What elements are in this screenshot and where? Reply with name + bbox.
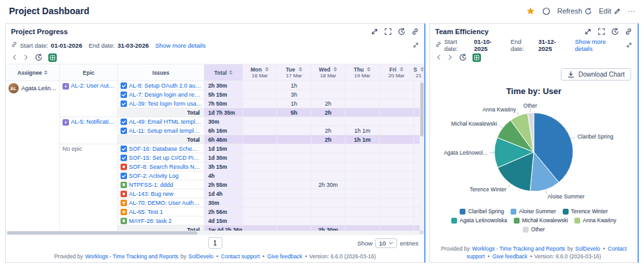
legend-swatch	[511, 209, 516, 215]
issue-link[interactable]: AL-39: Test login form usability	[118, 99, 204, 108]
improvement-issue-icon	[121, 200, 127, 206]
day-cell	[380, 207, 414, 216]
circle-icon[interactable]	[542, 7, 551, 15]
legend-swatch	[514, 218, 520, 224]
expand-icon[interactable]	[413, 42, 419, 48]
next-period-button[interactable]	[447, 54, 453, 61]
day-cell	[243, 198, 277, 207]
issue-link[interactable]: AL-49: Email HTML template for PR com...	[118, 117, 204, 126]
next-period-button[interactable]	[23, 54, 29, 61]
day-column-header[interactable]: Fri20 Mar	[380, 64, 414, 81]
legend-swatch	[451, 218, 457, 224]
issue-link[interactable]: SOF-8: Search Results Not Filtering	[118, 162, 204, 171]
issue-total-cell: 3h 15m	[204, 162, 243, 171]
legend-item[interactable]: Anna Kwaśny	[574, 217, 616, 224]
vertical-scrollbar[interactable]	[420, 81, 424, 231]
scrollbar-thumb[interactable]	[7, 231, 197, 235]
column-header[interactable]: Assignee	[6, 64, 60, 81]
history-icon[interactable]	[398, 28, 405, 35]
issue-link[interactable]: SOF-15: Set up CI/CD Pipeline	[118, 153, 204, 162]
issue-total-cell: 7h 50m	[204, 99, 243, 108]
give-feedback-link[interactable]: Give feedback	[493, 253, 527, 260]
day-cell	[311, 171, 346, 180]
day-cell: 2h 30m	[311, 180, 346, 189]
epic-cell[interactable]: AL-5: Notification & Email ...	[60, 117, 118, 144]
sort-icon	[298, 67, 302, 72]
day-cell	[346, 117, 380, 126]
issue-link[interactable]: AL-7: Design login and registration UI	[118, 90, 204, 99]
scrollbar-thumb[interactable]	[420, 82, 424, 137]
epic-cell[interactable]: AL-2: User Authentication ...	[60, 81, 118, 117]
edit-button[interactable]: Edit	[599, 7, 621, 15]
issue-link[interactable]: SOF-2: Activity Log	[118, 171, 204, 180]
sort-icon	[44, 70, 48, 75]
day-cell	[346, 198, 380, 207]
entries-select[interactable]: 10	[375, 238, 398, 248]
day-cell	[277, 117, 311, 126]
horizontal-scrollbar[interactable]	[6, 231, 420, 235]
sort-icon	[333, 67, 337, 72]
issue-link[interactable]: AL-8: Setup OAuth 2.0 authentication	[118, 81, 204, 90]
contact-support-link[interactable]: Contact support	[221, 253, 260, 260]
worklog-table: AssigneeEpicIssuesTotalMon16 MarTue17 Ma…	[6, 64, 424, 235]
prev-period-button[interactable]	[12, 54, 17, 61]
legend-item[interactable]: Claribel Spring	[460, 208, 504, 215]
column-header[interactable]: Epic	[60, 64, 118, 81]
refresh-button[interactable]: Refresh	[558, 7, 592, 15]
time-history-icon[interactable]	[35, 53, 43, 61]
issue-link[interactable]: AL-11: Setup email templates for notific…	[118, 126, 204, 135]
show-more-details-link[interactable]: Show more details	[155, 42, 206, 49]
day-cell	[380, 153, 414, 162]
day-column-header[interactable]: S21	[414, 64, 424, 81]
resize-icon[interactable]	[584, 28, 592, 35]
fullscreen-icon[interactable]	[598, 28, 605, 35]
day-column-header[interactable]: Mon16 Mar	[243, 64, 277, 81]
vendor-link[interactable]: SolDevelo	[575, 245, 600, 252]
chart-toolbar	[430, 51, 638, 64]
vendor-link[interactable]: SolDevelo	[188, 253, 213, 260]
fullscreen-icon[interactable]	[384, 28, 392, 35]
task-issue-icon	[121, 91, 127, 98]
day-column-header[interactable]: Tue17 Mar	[277, 64, 311, 81]
day-cell	[243, 126, 277, 135]
link-icon[interactable]	[411, 28, 419, 35]
pie-label: Other	[523, 102, 537, 109]
app-link[interactable]: Worklogs - Time Tracking and Reports	[85, 253, 178, 260]
bug-issue-icon	[121, 191, 127, 197]
legend-item[interactable]: Other	[523, 226, 545, 233]
issue-link[interactable]: MAYF-28: task 2	[118, 216, 204, 225]
legend-item[interactable]: Michał Kowalewski	[514, 217, 568, 224]
chevron-down-icon	[389, 242, 393, 245]
issue-link[interactable]: SOF-16: Database Schema Design	[118, 144, 204, 153]
time-history-icon[interactable]	[459, 53, 467, 61]
resize-icon[interactable]	[371, 28, 378, 35]
issue-link[interactable]: AL-143: Bug new	[118, 189, 204, 198]
end-date: 31-03-2026	[117, 42, 149, 49]
app-link[interactable]: Worklogs - Time Tracking and Reports	[472, 245, 565, 252]
link-icon[interactable]	[625, 28, 632, 35]
expand-icon[interactable]	[626, 42, 632, 48]
panel-header: Team Efficiency	[430, 24, 638, 39]
give-feedback-link[interactable]: Give feedback	[268, 253, 302, 260]
export-excel-icon[interactable]	[48, 53, 57, 62]
legend-item[interactable]: Aloise Summer	[511, 208, 556, 215]
issue-link[interactable]: AL-70: DEMO: User Authentication Syste..…	[118, 198, 204, 207]
issue-link[interactable]: NTPFSS-1: dddd	[118, 180, 204, 189]
history-icon[interactable]	[611, 28, 619, 35]
page-1-button[interactable]: 1	[208, 237, 222, 249]
prev-period-button[interactable]	[436, 54, 442, 61]
day-cell	[380, 144, 414, 153]
legend-item[interactable]: Agata Leśnowolska	[451, 217, 507, 224]
export-excel-icon[interactable]	[473, 53, 481, 62]
show-more-details-link[interactable]: Show more details	[575, 38, 623, 52]
column-header[interactable]: Total	[204, 64, 243, 81]
more-button[interactable]: ···	[628, 7, 635, 15]
legend-item[interactable]: Terence Winter	[563, 208, 608, 215]
day-column-header[interactable]: Thu19 Mar	[346, 64, 380, 81]
favorite-star-icon[interactable]	[526, 6, 535, 15]
pie-label: Agata Leśnowol...	[444, 149, 487, 156]
day-column-header[interactable]: Wed18 Mar	[311, 64, 346, 81]
download-chart-button[interactable]: Download Chart	[561, 68, 631, 81]
issue-link[interactable]: AL-65: Test 1	[118, 207, 204, 216]
column-header[interactable]: Issues	[118, 64, 204, 81]
